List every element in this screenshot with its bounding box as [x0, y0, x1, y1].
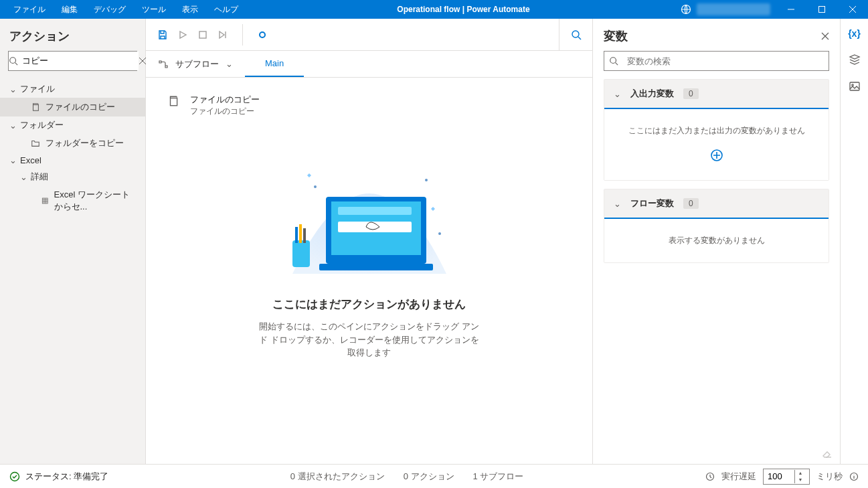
menu-file[interactable]: ファイル: [5, 0, 54, 19]
designer-area: サブフロー ⌄ Main ファイルのコピー ファイルのコピー: [146, 19, 592, 464]
status-ok-icon: [9, 471, 20, 482]
close-pane-button[interactable]: [821, 32, 829, 40]
svg-rect-1: [819, 7, 825, 13]
globe-icon[interactable]: [681, 4, 691, 15]
svg-point-6: [572, 31, 579, 37]
chevron-down-icon: ⌄: [9, 155, 16, 165]
delay-input[interactable]: [764, 469, 794, 484]
toolbar: [146, 19, 592, 51]
subflow-icon: [158, 59, 169, 70]
action-excel-cells-label: Excel ワークシートからセ...: [54, 189, 137, 213]
svg-point-24: [11, 472, 19, 481]
search-icon: [604, 56, 623, 66]
svg-point-20: [610, 58, 616, 64]
add-io-variable-button[interactable]: [710, 149, 723, 162]
chevron-down-icon: ⌄: [614, 89, 621, 99]
svg-rect-5: [199, 31, 206, 38]
statusbar: ステータス: 準備完了 0 選択されたアクション 0 アクション 1 サブフロー…: [0, 464, 868, 488]
search-icon: [9, 56, 18, 66]
status-ms: ミリ秒: [816, 471, 843, 483]
status-delay-label: 実行遅延: [721, 471, 756, 483]
action-file-copy[interactable]: ファイルのコピー: [0, 98, 145, 116]
main-menu: ファイル 編集 デバッグ ツール 表示 ヘルプ: [0, 0, 246, 19]
chevron-down-icon: ⌄: [9, 120, 16, 131]
svg-point-19: [438, 232, 441, 235]
save-button[interactable]: [153, 25, 173, 45]
spin-down[interactable]: ▼: [795, 477, 806, 483]
flow-variables-header[interactable]: ⌄ フロー変数 0: [604, 189, 829, 219]
action-folder-copy[interactable]: フォルダーをコピー: [0, 134, 145, 153]
spin-up[interactable]: ▲: [795, 470, 806, 477]
svg-point-17: [314, 185, 317, 188]
group-file[interactable]: ⌄ファイル: [0, 80, 145, 98]
group-detail[interactable]: ⌄詳細: [0, 168, 145, 185]
actions-search-input[interactable]: [18, 52, 139, 70]
designer-canvas[interactable]: ファイルのコピー ファイルのコピー: [146, 78, 592, 464]
variables-title: 変数: [604, 28, 821, 44]
subflow-label: サブフロー: [175, 58, 219, 70]
variables-search-input[interactable]: [623, 52, 829, 70]
close-button[interactable]: [837, 0, 868, 19]
variables-pane: 変数 ⌄ 入出力変数 0 ここにはまだ入力または出力の変数がありません ⌄ フ: [592, 19, 840, 464]
delay-spinner[interactable]: ▲▼: [763, 469, 810, 485]
actions-title: アクション: [0, 19, 145, 51]
flow-variables-count: 0: [683, 198, 699, 209]
empty-state: ここにはまだアクションがありません 開始するには、このペインにアクションをドラッ…: [165, 140, 574, 359]
maximize-button[interactable]: [806, 0, 837, 19]
window-controls: [681, 0, 868, 19]
variables-rail-button[interactable]: {x}: [848, 28, 861, 39]
subflow-dropdown[interactable]: サブフロー ⌄: [146, 51, 245, 77]
menu-tools[interactable]: ツール: [134, 0, 174, 19]
group-excel[interactable]: ⌄Excel: [0, 153, 145, 168]
menu-debug[interactable]: デバッグ: [86, 0, 134, 19]
io-variables-header[interactable]: ⌄ 入出力変数 0: [604, 80, 829, 109]
subflow-bar: サブフロー ⌄ Main: [146, 51, 592, 78]
svg-point-18: [425, 179, 428, 181]
layers-icon[interactable]: [849, 54, 861, 66]
run-button[interactable]: [173, 25, 193, 45]
separator: [242, 24, 243, 46]
eraser-icon[interactable]: [821, 448, 832, 459]
card-subtitle: ファイルのコピー: [190, 106, 260, 117]
tab-main[interactable]: Main: [245, 51, 304, 77]
step-button[interactable]: [213, 25, 233, 45]
minimize-button[interactable]: [776, 0, 806, 19]
info-icon[interactable]: [849, 472, 859, 481]
image-icon[interactable]: [849, 80, 861, 92]
actions-pane: アクション ⌄ファイル ファイルのコピー ⌄フォルダー フォルダーをコピー ⌄E…: [0, 19, 146, 464]
user-account[interactable]: [697, 3, 770, 15]
right-rail: {x}: [840, 19, 868, 464]
stop-button[interactable]: [193, 25, 213, 45]
action-excel-cells[interactable]: Excel ワークシートからセ...: [0, 185, 145, 216]
canvas-search-button[interactable]: [559, 19, 592, 50]
actions-search[interactable]: [8, 51, 137, 71]
drag-preview-card: ファイルのコピー ファイルのコピー: [165, 91, 574, 120]
copy-file-icon: [167, 95, 181, 108]
window-title: Operational flow | Power Automate: [246, 5, 681, 14]
chevron-down-icon: ⌄: [614, 199, 621, 209]
svg-rect-4: [42, 198, 48, 204]
card-title: ファイルのコピー: [190, 94, 260, 106]
svg-rect-7: [171, 98, 177, 106]
empty-illustration: [272, 140, 466, 287]
svg-rect-13: [292, 240, 310, 267]
group-detail-label: 詳細: [31, 171, 48, 183]
group-file-label: ファイル: [20, 83, 55, 95]
flow-variables-empty: 表示する変数がありません: [615, 235, 818, 246]
status-subflows: 1 サブフロー: [473, 471, 524, 483]
svg-point-2: [10, 58, 16, 64]
menu-help[interactable]: ヘルプ: [206, 0, 246, 19]
titlebar: ファイル 編集 デバッグ ツール 表示 ヘルプ Operational flow…: [0, 0, 868, 19]
variables-search[interactable]: [604, 51, 829, 71]
clock-icon: [705, 472, 715, 481]
recorder-button[interactable]: [252, 25, 272, 45]
menu-view[interactable]: 表示: [174, 0, 206, 19]
status-actions: 0 アクション: [404, 471, 454, 483]
group-folder[interactable]: ⌄フォルダー: [0, 116, 145, 134]
chevron-down-icon: ⌄: [20, 172, 27, 182]
menu-edit[interactable]: 編集: [54, 0, 86, 19]
empty-subtitle: 開始するには、このペインにアクションをドラッグ アンド ドロップするか、レコーダ…: [259, 320, 480, 359]
io-variables-empty: ここにはまだ入力または出力の変数がありません: [615, 125, 818, 137]
empty-title: ここにはまだアクションがありません: [272, 297, 466, 312]
svg-rect-3: [33, 105, 39, 111]
